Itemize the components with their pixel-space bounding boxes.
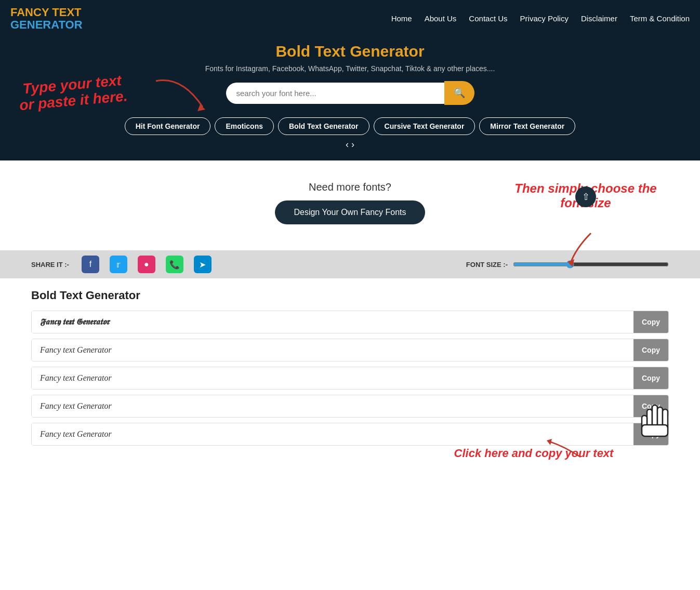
copy-button-2[interactable]: Copy: [633, 339, 668, 361]
tab-mirror-text[interactable]: Mirror Text Generator: [479, 117, 575, 135]
logo: FANCY TEXT GENERATOR: [10, 6, 83, 31]
search-area: Type your text or paste it here. 🔍: [0, 81, 700, 105]
font-preview-2[interactable]: [32, 339, 633, 361]
design-button[interactable]: Design Your Own Fancy Fonts: [275, 200, 425, 224]
arrow-icon: [151, 76, 213, 117]
whatsapp-button[interactable]: 📞: [166, 256, 183, 273]
controls-bar: SHARE IT :- f 𝕣 ● 📞 ➤ FONT SIZE :-: [0, 250, 700, 278]
nav-privacy[interactable]: Privacy Policy: [520, 14, 569, 23]
copy-button-4[interactable]: Copy: [633, 395, 668, 417]
nav-home[interactable]: Home: [391, 14, 412, 23]
tab-hit-font[interactable]: Hit Font Generator: [125, 117, 211, 135]
copy-button-1[interactable]: Copy: [633, 311, 668, 333]
telegram-button[interactable]: ➤: [194, 256, 212, 273]
nav-links: Home About Us Contact Us Privacy Policy …: [391, 14, 690, 23]
navbar: FANCY TEXT GENERATOR Home About Us Conta…: [0, 0, 700, 37]
middle-section: Then simply choose the font size ⇧ Need …: [0, 160, 700, 250]
font-preview-4[interactable]: [32, 395, 633, 417]
font-row: Copy: [31, 311, 669, 333]
font-size-area: FONT SIZE :-: [222, 260, 669, 269]
svg-marker-0: [197, 104, 205, 111]
hero-title: Bold Text Generator: [0, 43, 700, 60]
logo-fancy: FANCY TEXT: [10, 6, 82, 19]
share-label: SHARE IT :-: [31, 261, 69, 269]
tab-arrows[interactable]: ‹ ›: [0, 139, 700, 150]
font-row: Copy: [31, 423, 669, 446]
font-row: Copy: [31, 339, 669, 361]
nav-contact[interactable]: Contact Us: [469, 14, 507, 23]
tab-emoticons[interactable]: Emoticons: [215, 117, 274, 135]
instagram-button[interactable]: ●: [138, 256, 155, 273]
main-content: Bold Text Generator Copy Copy Copy Copy …: [0, 278, 700, 472]
nav-terms[interactable]: Term & Condition: [630, 14, 690, 23]
font-preview-3[interactable]: [32, 367, 633, 389]
font-preview-5[interactable]: [32, 423, 633, 445]
font-row: Copy: [31, 395, 669, 418]
search-input[interactable]: [226, 83, 444, 104]
logo-generator: GENERATOR: [10, 18, 83, 31]
copy-button-5[interactable]: Copy: [633, 423, 668, 445]
nav-about[interactable]: About Us: [425, 14, 457, 23]
twitter-button[interactable]: 𝕣: [110, 256, 127, 273]
tab-cursive-text[interactable]: Cursive Text Generator: [374, 117, 476, 135]
section-title: Bold Text Generator: [31, 289, 669, 302]
facebook-button[interactable]: f: [82, 256, 99, 273]
font-row: Copy: [31, 367, 669, 390]
font-preview-1[interactable]: [32, 311, 633, 333]
font-size-label: FONT SIZE :-: [466, 261, 508, 269]
hero-subtitle: Fonts for Instagram, Facebook, WhatsApp,…: [0, 64, 700, 73]
tab-bold-text[interactable]: Bold Text Generator: [278, 117, 369, 135]
font-size-slider[interactable]: [513, 260, 669, 269]
search-button[interactable]: 🔍: [444, 81, 474, 105]
hero-section: FANCY TEXT GENERATOR Home About Us Conta…: [0, 0, 700, 160]
nav-tabs: Hit Font Generator Emoticons Bold Text G…: [0, 117, 700, 135]
copy-button-3[interactable]: Copy: [633, 367, 668, 389]
type-hint: Type your text or paste it here.: [15, 72, 131, 114]
nav-disclaimer[interactable]: Disclaimer: [581, 14, 617, 23]
